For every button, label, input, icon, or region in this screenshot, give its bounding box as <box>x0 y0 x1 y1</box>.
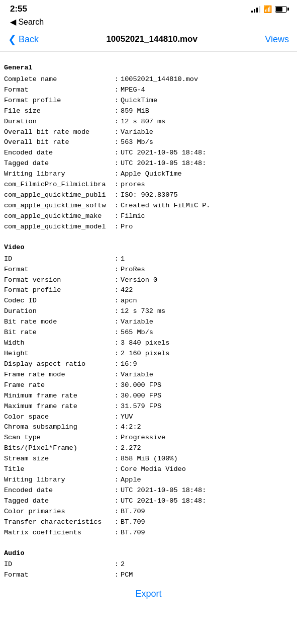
row-value: 16:9 <box>121 359 137 370</box>
row-value: Pro <box>121 222 133 232</box>
table-row: com_apple_quicktime_make : Filmic <box>4 211 293 222</box>
row-separator: : <box>115 285 119 296</box>
row-key: Format <box>4 570 115 581</box>
row-separator: : <box>115 85 119 96</box>
table-row: Bit rate : 565 Mb/s <box>4 328 293 338</box>
row-separator: : <box>115 338 119 349</box>
row-key: Tagged date <box>4 496 115 507</box>
row-key: Tagged date <box>4 158 115 169</box>
row-value: 565 Mb/s <box>121 328 153 338</box>
row-value: Apple QuickTime <box>121 169 182 180</box>
table-row: Color primaries : BT.709 <box>4 507 293 517</box>
row-key: Color primaries <box>4 507 115 517</box>
row-key: Display aspect ratio <box>4 359 115 370</box>
row-value: 30.000 FPS <box>121 380 161 391</box>
row-value: QuickTime <box>121 96 157 106</box>
row-key: com_apple_quicktime_softw <box>4 201 115 211</box>
table-row: Format profile : 422 <box>4 285 293 296</box>
table-row: Format version : Version 0 <box>4 275 293 286</box>
row-separator: : <box>115 517 119 528</box>
table-row: Frame rate : 30.000 FPS <box>4 380 293 391</box>
row-separator: : <box>115 106 119 117</box>
row-key: Format <box>4 265 115 275</box>
table-row: Complete name : 10052021_144810.mov <box>4 74 293 85</box>
row-separator: : <box>115 275 119 286</box>
export-button[interactable]: Export <box>135 589 161 599</box>
row-separator: : <box>115 528 119 538</box>
row-value: 422 <box>121 285 133 296</box>
row-value: YUV <box>121 412 133 423</box>
row-value: PCM <box>121 570 133 581</box>
battery-icon <box>275 6 287 13</box>
wifi-icon: 📶 <box>263 5 272 14</box>
table-row: ID : 1 <box>4 254 293 265</box>
row-value: 10052021_144810.mov <box>121 74 198 85</box>
battery-fill <box>276 7 282 12</box>
chevron-left-icon: ❮ <box>8 33 17 45</box>
row-separator: : <box>115 222 119 232</box>
back-button[interactable]: ❮ Back <box>8 33 39 45</box>
row-separator: : <box>115 475 119 486</box>
search-back-label[interactable]: ◀ Search <box>10 18 44 26</box>
page-title: 10052021_144810.mov <box>39 34 265 44</box>
row-separator: : <box>115 464 119 475</box>
row-separator: : <box>115 359 119 370</box>
row-key: ID <box>4 254 115 265</box>
table-row: Color space : YUV <box>4 412 293 423</box>
row-separator: : <box>115 137 119 148</box>
signal-bar-4 <box>259 6 260 13</box>
main-content: General Complete name : 10052021_144810.… <box>0 52 297 644</box>
row-key: Color space <box>4 412 115 423</box>
table-row: Height : 2 160 pixels <box>4 349 293 359</box>
table-row: File size : 859 MiB <box>4 106 293 117</box>
row-key: Writing library <box>4 169 115 180</box>
table-row: Format profile : QuickTime <box>4 96 293 106</box>
row-key: Transfer characteristics <box>4 517 115 528</box>
row-separator: : <box>115 254 119 265</box>
row-key: com_apple_quicktime_model <box>4 222 115 232</box>
table-row: com_apple_quicktime_publi : ISO: 902.830… <box>4 190 293 201</box>
row-key: Overall bit rate mode <box>4 127 115 138</box>
row-key: Width <box>4 338 115 349</box>
video-section-title: Video <box>4 243 293 253</box>
views-button[interactable]: Views <box>265 34 289 45</box>
row-value: ProRes <box>121 265 145 275</box>
row-value: 4:2:2 <box>121 422 141 433</box>
back-label: Back <box>19 34 39 45</box>
row-key: Bit rate <box>4 328 115 338</box>
row-value: Variable <box>121 317 153 328</box>
row-separator: : <box>115 74 119 85</box>
row-key: Minimum frame rate <box>4 391 115 401</box>
status-icons: 📶 <box>251 5 287 14</box>
row-separator: : <box>115 211 119 222</box>
row-value: 858 MiB (100%) <box>121 454 177 464</box>
row-separator: : <box>115 201 119 211</box>
row-value: 3 840 pixels <box>121 338 169 349</box>
row-value: UTC 2021-10-05 18:48: <box>121 486 206 496</box>
row-value: 2.272 <box>121 443 141 454</box>
signal-bar-2 <box>254 9 255 13</box>
row-value: ISO: 902.83075 <box>121 190 177 201</box>
row-value: Core Media Video <box>121 464 186 475</box>
row-key: Codec ID <box>4 296 115 306</box>
row-key: Stream size <box>4 454 115 464</box>
table-row: com_apple_quicktime_model : Pro <box>4 222 293 232</box>
row-separator: : <box>115 443 119 454</box>
table-row: Format : ProRes <box>4 265 293 275</box>
row-separator: : <box>115 380 119 391</box>
row-separator: : <box>115 117 119 127</box>
spacer-2 <box>4 538 293 543</box>
row-key: Bits/(Pixel*Frame) <box>4 443 115 454</box>
row-separator: : <box>115 265 119 275</box>
export-area: Export <box>4 581 293 605</box>
row-value: Filmic <box>121 211 145 222</box>
row-value: Version 0 <box>121 275 157 286</box>
row-key: Format version <box>4 275 115 286</box>
table-row: Title : Core Media Video <box>4 464 293 475</box>
row-value: apcn <box>121 296 137 306</box>
row-key: Frame rate <box>4 380 115 391</box>
row-key: com_FilmicPro_FilmicLibra <box>4 180 115 190</box>
row-key: com_apple_quicktime_publi <box>4 190 115 201</box>
video-rows: ID : 1Format : ProResFormat version : Ve… <box>4 254 293 538</box>
row-value: UTC 2021-10-05 18:48: <box>121 496 206 507</box>
